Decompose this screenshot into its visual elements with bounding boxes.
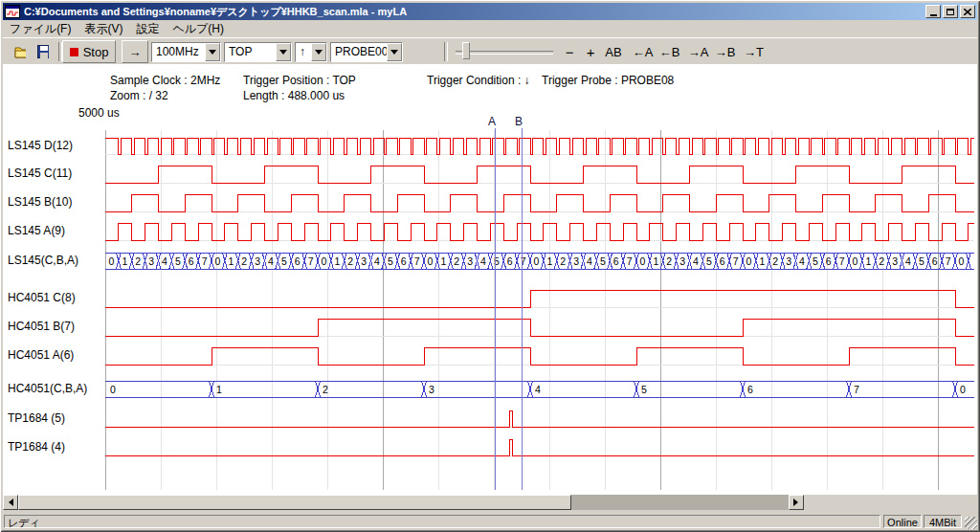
svg-text:5: 5 <box>813 255 818 267</box>
svg-text:2: 2 <box>135 255 141 267</box>
svg-text:4: 4 <box>162 255 167 267</box>
svg-text:4: 4 <box>374 255 380 267</box>
svg-text:3: 3 <box>361 255 367 267</box>
svg-text:4: 4 <box>905 255 911 267</box>
svg-text:6: 6 <box>747 384 753 395</box>
svg-text:1: 1 <box>865 255 871 267</box>
svg-text:0: 0 <box>534 255 540 267</box>
svg-text:B: B <box>515 115 523 128</box>
svg-text:6: 6 <box>401 255 407 267</box>
svg-text:0: 0 <box>640 255 646 267</box>
svg-text:3: 3 <box>429 384 434 395</box>
svg-text:7: 7 <box>839 255 845 267</box>
arrow-left-icon <box>5 499 13 506</box>
scroll-right-button[interactable] <box>789 495 804 510</box>
svg-text:4: 4 <box>799 255 805 267</box>
svg-text:7: 7 <box>946 255 951 267</box>
svg-text:6: 6 <box>507 255 513 267</box>
svg-text:4: 4 <box>535 384 541 395</box>
svg-text:3: 3 <box>467 255 473 267</box>
svg-text:7: 7 <box>308 255 314 267</box>
svg-text:2: 2 <box>879 255 884 267</box>
svg-text:3: 3 <box>892 255 898 267</box>
svg-text:2: 2 <box>772 255 778 267</box>
svg-text:0: 0 <box>110 384 116 395</box>
svg-text:3: 3 <box>255 255 260 267</box>
svg-text:3: 3 <box>148 255 154 267</box>
svg-text:1: 1 <box>653 255 658 267</box>
svg-text:3: 3 <box>679 255 685 267</box>
svg-text:1: 1 <box>122 255 127 267</box>
statusbar: レディ Online 4MBit <box>3 514 977 529</box>
svg-text:0: 0 <box>853 255 858 267</box>
svg-text:1: 1 <box>216 384 222 395</box>
svg-text:A: A <box>488 115 496 128</box>
svg-text:6: 6 <box>932 255 938 267</box>
svg-text:0: 0 <box>215 255 221 267</box>
svg-text:2: 2 <box>241 255 247 267</box>
svg-text:2: 2 <box>454 255 459 267</box>
svg-text:7: 7 <box>202 255 208 267</box>
svg-text:5: 5 <box>600 255 606 267</box>
status-online-badge: Online <box>883 515 922 528</box>
svg-text:3: 3 <box>786 255 791 267</box>
svg-text:0: 0 <box>959 255 965 267</box>
svg-text:0: 0 <box>746 255 752 267</box>
svg-text:7: 7 <box>733 255 739 267</box>
svg-text:5: 5 <box>175 255 181 267</box>
svg-text:2: 2 <box>347 255 353 267</box>
svg-text:5: 5 <box>641 384 647 395</box>
svg-text:5: 5 <box>919 255 924 267</box>
svg-text:7: 7 <box>414 255 420 267</box>
svg-text:6: 6 <box>189 255 194 267</box>
svg-text:4: 4 <box>480 255 486 267</box>
svg-text:1: 1 <box>440 255 446 267</box>
svg-text:2: 2 <box>560 255 566 267</box>
svg-text:3: 3 <box>573 255 579 267</box>
svg-text:6: 6 <box>826 255 832 267</box>
status-ready: レディ <box>4 515 880 528</box>
svg-text:5: 5 <box>388 255 393 267</box>
svg-text:5: 5 <box>706 255 712 267</box>
svg-text:4: 4 <box>268 255 274 267</box>
svg-text:7: 7 <box>854 384 859 395</box>
svg-text:1: 1 <box>546 255 552 267</box>
waveform-plot[interactable]: 0123456701234567012345670123456701234567… <box>0 0 980 532</box>
resize-grip[interactable] <box>965 517 977 529</box>
svg-text:1: 1 <box>228 255 234 267</box>
svg-text:6: 6 <box>720 255 725 267</box>
svg-text:1: 1 <box>759 255 765 267</box>
svg-text:2: 2 <box>323 384 328 395</box>
svg-text:2: 2 <box>666 255 672 267</box>
svg-text:4: 4 <box>587 255 592 267</box>
arrow-right-icon <box>793 499 802 506</box>
svg-text:6: 6 <box>295 255 301 267</box>
svg-text:0: 0 <box>109 255 115 267</box>
svg-text:0: 0 <box>322 255 327 267</box>
svg-text:6: 6 <box>613 255 619 267</box>
svg-text:0: 0 <box>428 255 434 267</box>
horizontal-scrollbar[interactable] <box>3 495 804 510</box>
svg-text:5: 5 <box>281 255 287 267</box>
svg-text:4: 4 <box>693 255 699 267</box>
svg-text:0: 0 <box>960 384 966 395</box>
svg-text:7: 7 <box>627 255 633 267</box>
scrollbar-thumb[interactable] <box>18 495 571 510</box>
status-memory-badge: 4MBit <box>924 515 962 528</box>
svg-text:1: 1 <box>334 255 340 267</box>
scroll-left-button[interactable] <box>3 495 18 510</box>
